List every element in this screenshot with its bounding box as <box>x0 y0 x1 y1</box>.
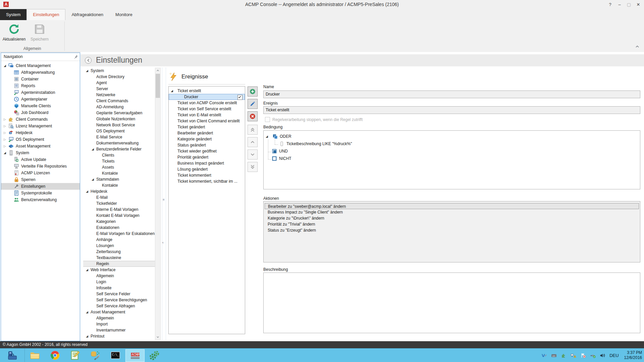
event-item-ticket-kommentiert-sichtbar-im-[interactable]: Ticket kommentiert, sichtbar im ... <box>169 178 245 184</box>
taskbar-app-gears[interactable] <box>145 349 165 362</box>
maximize-button[interactable]: ▢ <box>625 2 633 7</box>
expanded-arrow-icon[interactable]: ◢ <box>266 135 270 138</box>
scrollbar-thumb[interactable] <box>156 74 160 98</box>
settings-tree-item-self-service-berechtigungen[interactable]: Self Service Berechtigungen <box>83 297 155 303</box>
settings-tree-item-clients[interactable]: Clients <box>83 152 155 158</box>
ribbon-tab-monitore[interactable]: Monitore <box>109 9 139 20</box>
event-item-ticket-wieder-ge-ffnet[interactable]: Ticket wieder geöffnet <box>169 148 245 154</box>
nav-item-asset-management[interactable]: ▷Asset Management <box>1 143 80 149</box>
settings-tree-item-geplante-serveraufgaben[interactable]: Geplante Serveraufgaben <box>83 110 155 116</box>
language-indicator[interactable]: DEU <box>609 353 619 358</box>
description-textarea[interactable] <box>263 273 640 333</box>
settings-tree-item-kontakte[interactable]: Kontakte <box>83 182 155 188</box>
settings-tree-item-assets[interactable]: Assets <box>83 164 155 170</box>
move-top-button[interactable] <box>248 125 258 135</box>
taskbar-app-chrome[interactable] <box>45 349 65 362</box>
collapsed-arrow-icon[interactable]: ▷ <box>4 118 8 121</box>
tray-action-center[interactable] <box>580 353 586 358</box>
tray-network-warning[interactable] <box>571 353 576 358</box>
event-item-status-ge-ndert[interactable]: Status geändert <box>169 142 245 148</box>
expanded-arrow-icon[interactable]: ◢ <box>92 178 96 181</box>
settings-tree-item-server[interactable]: Server <box>83 86 155 92</box>
expanded-arrow-icon[interactable]: ◢ <box>4 151 8 155</box>
collapsed-arrow-icon[interactable]: ▷ <box>4 138 8 141</box>
nav-item-os-deployment[interactable]: ▷OS Deployment <box>1 136 80 143</box>
settings-tree-item-inventarnummer[interactable]: Inventarnummer <box>83 327 155 333</box>
expanded-arrow-icon[interactable]: ◢ <box>86 190 91 193</box>
collapsed-arrow-icon[interactable]: ▷ <box>4 131 8 134</box>
condition-node-und[interactable]: UND <box>272 148 288 154</box>
nav-item-systemprotokolle[interactable]: Systemprotokolle <box>1 190 80 196</box>
nav-item-reports[interactable]: Reports <box>1 82 80 89</box>
close-button[interactable]: ✕ <box>635 2 642 7</box>
ribbon-tab-einstellungen[interactable]: Einstellungen <box>26 9 65 20</box>
pin-icon[interactable] <box>73 54 78 59</box>
settings-tree-item-ticketfelder[interactable]: Ticketfelder <box>83 200 155 206</box>
event-item-l-sung-ge-ndert[interactable]: Lösung geändert <box>169 166 245 172</box>
move-down-button[interactable] <box>248 149 258 160</box>
action-row[interactable]: Business Impact zu "Single Client" änder… <box>265 209 639 215</box>
settings-tree-item-infoseite[interactable]: Infoseite <box>83 285 155 291</box>
settings-tree-item-regeln[interactable]: Regeln <box>83 261 155 267</box>
action-row[interactable]: Status zu "Erzeugt" ändern <box>265 227 639 233</box>
move-up-button[interactable] <box>248 137 258 147</box>
event-item-ticket-von-self-service-erstellt[interactable]: Ticket von Self Service erstellt <box>169 106 245 112</box>
settings-tree-item-zeiterfassung[interactable]: Zeiterfassung <box>83 249 155 255</box>
expanded-arrow-icon[interactable]: ◢ <box>86 335 91 338</box>
settings-tree-item-e-mail-vorlagen-f-r-eskalationen[interactable]: E-Mail Vorlagen für Eskalationen <box>83 231 155 237</box>
ribbon-collapse-button[interactable] <box>635 44 640 49</box>
nav-item-manuelle-clients[interactable]: Manuelle Clients <box>1 103 80 109</box>
taskbar-app-cmd[interactable]: C:\_ <box>105 349 125 362</box>
settings-tree-item-kategorien[interactable]: Kategorien <box>83 219 155 225</box>
settings-tree-item-import[interactable]: Import <box>83 321 155 327</box>
ribbon-tab-abfrageaktionen[interactable]: Abfrageaktionen <box>65 9 109 20</box>
expanded-arrow-icon[interactable]: ◢ <box>86 268 91 272</box>
add-button[interactable] <box>248 86 258 97</box>
nav-item-active-update[interactable]: Active Update <box>1 156 80 163</box>
nav-item-system[interactable]: ◢System <box>1 149 80 156</box>
scroll-up-arrow[interactable] <box>156 68 160 73</box>
expanded-arrow-icon[interactable]: ◢ <box>171 89 177 93</box>
settings-tree-item-helpdesk[interactable]: ◢Helpdesk <box>83 188 155 194</box>
settings-tree-item-dokumentenverwaltung[interactable]: Dokumentenverwaltung <box>83 140 155 146</box>
event-enabled-checkbox[interactable] <box>237 95 243 100</box>
condition-node-nicht[interactable]: NICHT <box>272 156 291 162</box>
taskbar-app-start-toolbox[interactable] <box>0 349 25 362</box>
nav-item-agentenplaner[interactable]: Agentenplaner <box>1 96 80 103</box>
tray-vmware[interactable] <box>541 353 547 358</box>
event-item-drucker[interactable]: Drucker <box>169 94 245 100</box>
name-input[interactable]: Drucker <box>263 90 640 98</box>
event-item-kategorie-ge-ndert[interactable]: Kategorie geändert <box>169 136 245 142</box>
settings-tree-item-interne-e-mail-vorlagen[interactable]: Interne E-Mail Vorlagen <box>83 206 155 213</box>
settings-tree-item-self-service-felder[interactable]: Self Service Felder <box>83 291 155 297</box>
nav-item-lizenz-management[interactable]: ▷Lizenz Management <box>1 123 80 129</box>
settings-tree-item-eskalationen[interactable]: Eskalationen <box>83 225 155 231</box>
nav-item-acmp-lizenzen[interactable]: ACMP Lizenzen <box>1 170 80 176</box>
settings-tree-item-allgemein[interactable]: Allgemein <box>83 315 155 321</box>
collapsed-arrow-icon[interactable]: ▷ <box>4 124 8 128</box>
nav-item-benutzerverwaltung[interactable]: Benutzerverwaltung <box>1 196 80 203</box>
settings-tree-item-self-service-abfragen[interactable]: Self Service Abfragen <box>83 303 155 309</box>
panel-splitter[interactable]: ≡ ‹ <box>162 68 166 340</box>
tray-volume[interactable] <box>600 353 605 358</box>
nav-item-container[interactable]: Container <box>1 76 80 82</box>
settings-tree-item-client-commands[interactable]: Client Commands <box>83 98 155 104</box>
taskbar-app-explorer[interactable] <box>25 349 45 362</box>
nav-item-sperren[interactable]: Sperren <box>1 176 80 183</box>
tray-usb-ok[interactable] <box>590 353 596 358</box>
event-item-bearbeiter-ge-ndert[interactable]: Bearbeiter geändert <box>169 130 245 136</box>
nav-item-verteilte-file-repositories[interactable]: Verteilte File Repositories <box>1 163 80 170</box>
tray-vm[interactable]: vm <box>551 353 557 358</box>
settings-tree-item-web-interface[interactable]: ◢Web Interface <box>83 267 155 273</box>
edit-button[interactable] <box>248 99 258 109</box>
event-item-priorit-t-ge-ndert[interactable]: Priorität geändert <box>169 154 245 160</box>
settings-tree-item-e-mail-service[interactable]: E-Mail Service <box>83 134 155 140</box>
settings-tree-item-globale-nutzerkonten[interactable]: Globale Nutzerkonten <box>83 116 155 122</box>
event-item-ticket-ge-ndert[interactable]: Ticket geändert <box>169 124 245 130</box>
move-bottom-button[interactable] <box>248 162 258 172</box>
event-item-ticket-von-acmp-console-erstellt[interactable]: Ticket von ACMP Console erstellt <box>169 100 245 106</box>
settings-tree-item-kontakt-e-mail-vorlagen[interactable]: Kontakt E-Mail Vorlagen <box>83 213 155 219</box>
settings-tree-item-ad-anmeldung[interactable]: AD-Anmeldung <box>83 104 155 110</box>
settings-tree-item-system[interactable]: ◢System <box>83 68 155 74</box>
nav-item-job-dashboard[interactable]: Job Dashboard <box>1 109 80 116</box>
